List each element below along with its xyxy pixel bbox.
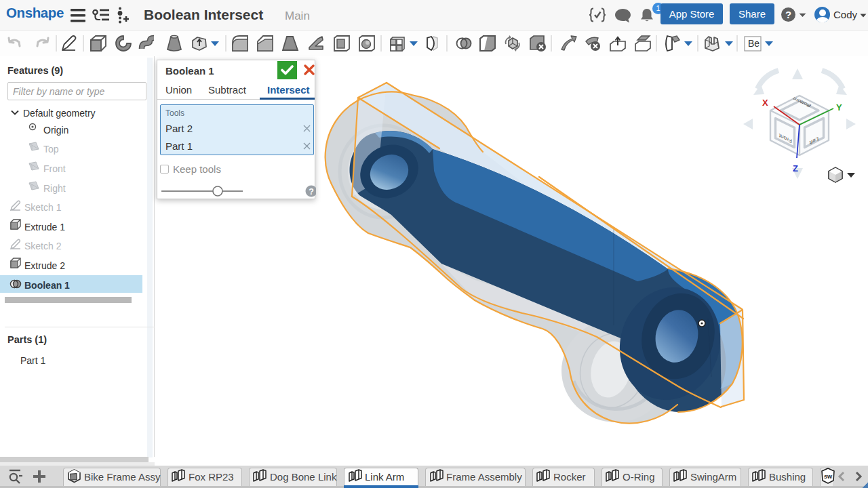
svg-text:sw: sw — [824, 473, 833, 480]
svg-text:Y: Y — [836, 102, 842, 113]
svg-text:?: ? — [309, 187, 314, 197]
svg-text:X: X — [762, 98, 768, 108]
svg-text:Z: Z — [793, 163, 798, 174]
svg-text:Be: Be — [748, 38, 760, 49]
